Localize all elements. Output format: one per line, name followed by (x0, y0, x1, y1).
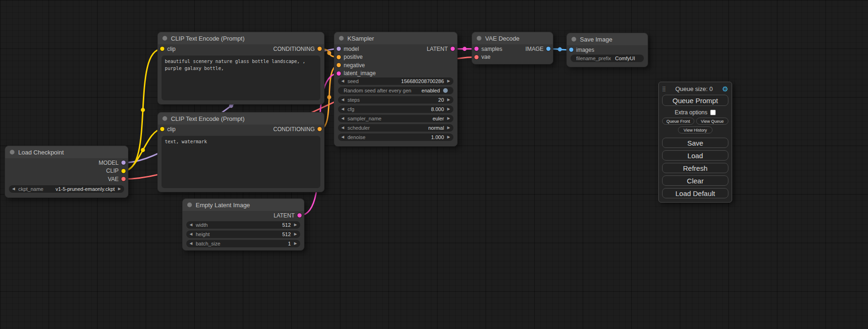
input-slot-vae[interactable]: vae (472, 53, 490, 62)
increment-arrow-icon[interactable]: ▶ (447, 126, 450, 130)
widget-seed[interactable]: ◀ seed 156680208700286 ▶ (338, 77, 453, 85)
link-center-dot[interactable] (327, 51, 332, 55)
decrement-arrow-icon[interactable]: ◀ (341, 117, 344, 120)
extra-options-checkbox[interactable] (710, 110, 716, 115)
clip-port-dot[interactable] (121, 169, 126, 173)
load-button[interactable]: Load (662, 150, 728, 161)
output-slot-conditioning[interactable]: CONDITIONING (273, 125, 324, 133)
drag-handle-icon[interactable]: ⣿ (662, 86, 666, 91)
increment-arrow-icon[interactable]: ▶ (447, 79, 450, 83)
node-ksampler[interactable]: KSampler model positive negative latent_… (334, 32, 458, 147)
node-title-bar[interactable]: Empty Latent Image (183, 199, 304, 211)
increment-arrow-icon[interactable]: ▶ (294, 242, 297, 245)
latent-port-dot[interactable] (451, 47, 455, 51)
decrement-arrow-icon[interactable]: ◀ (341, 135, 344, 139)
link-center-dot[interactable] (463, 47, 467, 51)
decrement-arrow-icon[interactable]: ◀ (12, 187, 15, 191)
widget-denoise[interactable]: ◀ denoise 1.000 ▶ (338, 133, 453, 141)
increment-arrow-icon[interactable]: ▶ (294, 232, 297, 236)
increment-arrow-icon[interactable]: ▶ (447, 98, 450, 102)
node-title-bar[interactable]: CLIP Text Encode (Prompt) (158, 32, 324, 44)
load-default-button[interactable]: Load Default (662, 188, 728, 198)
node-title-bar[interactable]: Save Image (567, 33, 648, 45)
node-title-bar[interactable]: KSampler (334, 32, 457, 44)
conditioning-port-dot[interactable] (318, 47, 322, 51)
widget-sampler-name[interactable]: ◀ sampler_name euler ▶ (338, 115, 453, 122)
save-button[interactable]: Save (662, 138, 728, 148)
link-center-dot[interactable] (141, 108, 145, 112)
increment-arrow-icon[interactable]: ▶ (447, 135, 450, 139)
decrement-arrow-icon[interactable]: ◀ (341, 107, 344, 111)
decrement-arrow-icon[interactable]: ◀ (341, 79, 344, 83)
output-slot-latent[interactable]: LATENT (274, 211, 304, 220)
increment-arrow-icon[interactable]: ▶ (447, 107, 450, 111)
toggle-dot[interactable] (443, 88, 448, 93)
latent-port-dot[interactable] (474, 47, 479, 51)
latent-port-dot[interactable] (337, 71, 341, 76)
refresh-button[interactable]: Refresh (662, 163, 728, 173)
prompt-text-area[interactable]: beautiful scenery nature glass bottle la… (162, 56, 320, 100)
decrement-arrow-icon[interactable]: ◀ (341, 98, 344, 102)
node-clip-text-encode-positive[interactable]: CLIP Text Encode (Prompt) clip CONDITION… (157, 32, 325, 105)
input-slot-samples[interactable]: samples (472, 45, 502, 53)
node-save-image[interactable]: Save Image images filename_prefix ComfyU… (566, 33, 648, 67)
input-slot-latent-image[interactable]: latent_image (334, 70, 376, 78)
widget-filename-prefix[interactable]: filename_prefix ComfyUI (571, 55, 644, 62)
vae-port-dot[interactable] (121, 177, 126, 181)
clip-port-dot[interactable] (160, 127, 164, 131)
output-slot-latent[interactable]: LATENT (427, 45, 457, 53)
input-slot-images[interactable]: images (567, 46, 594, 54)
widget-ckpt-name[interactable]: ◀ ckpt_name v1-5-pruned-emaonly.ckpt ▶ (9, 185, 124, 193)
conditioning-port-dot[interactable] (318, 127, 322, 131)
conditioning-port-dot[interactable] (337, 55, 341, 59)
conditioning-port-dot[interactable] (337, 63, 341, 67)
node-graph-canvas[interactable]: Load Checkpoint MODEL CLIP VAE ◀ ckpt_na… (0, 0, 868, 329)
link-center-dot[interactable] (327, 95, 332, 99)
node-vae-decode[interactable]: VAE Decode samples vae IMAGE (472, 32, 553, 64)
node-title-bar[interactable]: CLIP Text Encode (Prompt) (158, 112, 324, 125)
increment-arrow-icon[interactable]: ▶ (118, 187, 121, 191)
widget-cfg[interactable]: ◀ cfg 8.000 ▶ (338, 105, 453, 113)
decrement-arrow-icon[interactable]: ◀ (190, 223, 192, 227)
clip-port-dot[interactable] (160, 47, 164, 51)
image-port-dot[interactable] (546, 47, 550, 51)
widget-width[interactable]: ◀ width 512 ▶ (186, 221, 300, 229)
increment-arrow-icon[interactable]: ▶ (294, 223, 297, 227)
node-title-bar[interactable]: Load Checkpoint (5, 146, 128, 158)
output-slot-image[interactable]: IMAGE (525, 45, 553, 53)
latent-port-dot[interactable] (297, 213, 302, 217)
queue-front-button[interactable]: Queue Front (662, 118, 694, 125)
vae-port-dot[interactable] (474, 55, 479, 59)
input-slot-clip[interactable]: clip (158, 45, 176, 53)
settings-gear-icon[interactable]: ⚙ (722, 85, 728, 92)
output-slot-model[interactable]: MODEL (99, 159, 128, 167)
widget-height[interactable]: ◀ height 512 ▶ (186, 231, 300, 238)
decrement-arrow-icon[interactable]: ◀ (190, 242, 192, 245)
increment-arrow-icon[interactable]: ▶ (447, 117, 450, 120)
widget-batch-size[interactable]: ◀ batch_size 1 ▶ (186, 240, 300, 247)
node-load-checkpoint[interactable]: Load Checkpoint MODEL CLIP VAE ◀ ckpt_na… (5, 146, 128, 198)
input-slot-model[interactable]: model (334, 45, 359, 53)
widget-steps[interactable]: ◀ steps 20 ▶ (338, 96, 453, 104)
input-slot-clip[interactable]: clip (158, 125, 176, 133)
model-port-dot[interactable] (121, 161, 126, 165)
node-empty-latent-image[interactable]: Empty Latent Image LATENT ◀ width 512 ▶ … (182, 198, 304, 251)
decrement-arrow-icon[interactable]: ◀ (190, 232, 192, 236)
output-slot-vae[interactable]: VAE (108, 175, 128, 183)
output-slot-clip[interactable]: CLIP (106, 167, 128, 175)
input-slot-negative[interactable]: negative (334, 61, 365, 70)
widget-random-seed-toggle[interactable]: Random seed after every gen enabled (338, 87, 453, 94)
clear-button[interactable]: Clear (662, 175, 728, 186)
node-title-bar[interactable]: VAE Decode (472, 32, 553, 44)
widget-scheduler[interactable]: ◀ scheduler normal ▶ (338, 124, 453, 132)
image-port-dot[interactable] (569, 48, 573, 52)
link-center-dot[interactable] (558, 47, 562, 51)
output-slot-conditioning[interactable]: CONDITIONING (273, 45, 324, 53)
view-history-button[interactable]: View History (678, 126, 713, 133)
node-clip-text-encode-negative[interactable]: CLIP Text Encode (Prompt) clip CONDITION… (157, 112, 325, 192)
input-slot-positive[interactable]: positive (334, 53, 363, 62)
prompt-text-area[interactable]: text, watermark (162, 136, 320, 188)
model-port-dot[interactable] (337, 47, 341, 51)
queue-prompt-button[interactable]: Queue Prompt (662, 95, 728, 106)
link-center-dot[interactable] (141, 148, 145, 152)
